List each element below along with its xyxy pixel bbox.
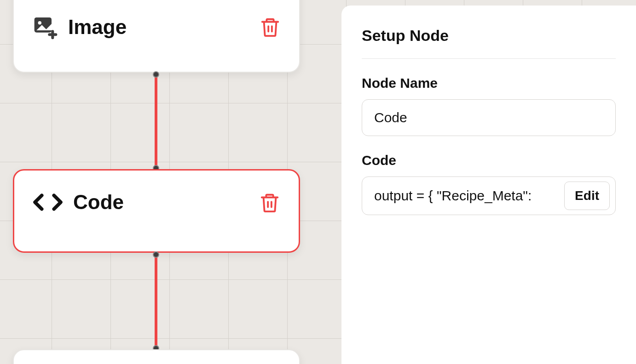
edit-code-button[interactable]: Edit (564, 182, 610, 210)
side-panel: Setup Node Node Name Code output = { "Re… (341, 6, 636, 364)
code-field: output = { "Recipe_Meta": Edit (362, 176, 616, 215)
trash-icon (260, 15, 281, 39)
node-header: Code (33, 191, 124, 214)
port-out[interactable] (153, 251, 159, 258)
code-preview: output = { "Recipe_Meta": (374, 188, 560, 204)
edge (155, 74, 157, 169)
edge (155, 254, 157, 349)
node-title: Code (73, 191, 124, 214)
svg-point-1 (38, 21, 41, 24)
node-title: Image (68, 16, 127, 39)
delete-node-button[interactable] (259, 191, 280, 215)
node-header: Image (32, 14, 127, 40)
trash-icon (259, 191, 280, 215)
flow-canvas[interactable]: Image Code (0, 0, 341, 364)
node-name-label: Node Name (362, 75, 616, 91)
panel-title: Setup Node (362, 27, 616, 59)
node-image[interactable]: Image (13, 0, 300, 73)
image-icon (32, 14, 58, 40)
delete-node-button[interactable] (260, 15, 281, 39)
node-next[interactable] (13, 349, 300, 364)
port-out[interactable] (153, 71, 159, 78)
code-label: Code (362, 153, 616, 168)
node-code[interactable]: Code (13, 169, 300, 253)
node-name-input[interactable] (362, 99, 616, 136)
code-icon (33, 192, 63, 212)
